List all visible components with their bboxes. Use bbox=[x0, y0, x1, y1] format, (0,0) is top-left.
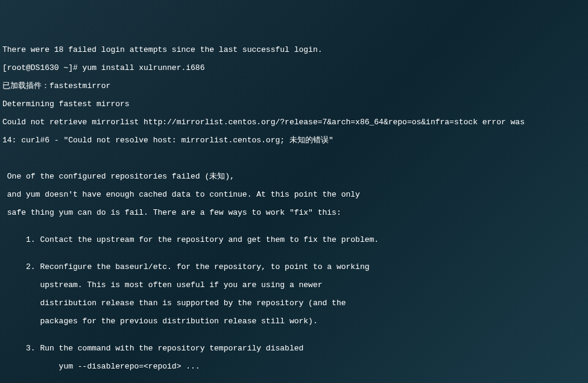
terminal-line: yum --disablerepo=<repoid> ... bbox=[2, 362, 586, 371]
terminal-line: 2. Reconfigure the baseurl/etc. for the … bbox=[2, 262, 586, 271]
terminal-line: and yum doesn't have enough cached data … bbox=[2, 190, 586, 199]
terminal-line: upstream. This is most often useful if y… bbox=[2, 280, 586, 290]
terminal-line: 3. Run the command with the repository t… bbox=[2, 344, 586, 353]
terminal-line: There were 18 failed login attempts sinc… bbox=[2, 45, 586, 54]
terminal-line: 1. Contact the upstream for the reposito… bbox=[2, 235, 586, 244]
terminal-output[interactable]: There were 18 failed login attempts sinc… bbox=[0, 36, 588, 383]
terminal-line: 14: curl#6 - "Could not resolve host: mi… bbox=[2, 136, 586, 145]
terminal-line: safe thing yum can do is fail. There are… bbox=[2, 208, 586, 217]
terminal-line: [root@DS1630 ~]# yum install xulrunner.i… bbox=[2, 63, 586, 72]
terminal-line: Determining fastest mirrors bbox=[2, 100, 586, 109]
terminal-line: One of the configured repositories faile… bbox=[2, 172, 586, 181]
terminal-line: distribution release than is supported b… bbox=[2, 299, 586, 308]
terminal-line: Could not retrieve mirrorlist http://mir… bbox=[2, 118, 586, 127]
terminal-line: 已加载插件：fastestmirror bbox=[2, 81, 586, 90]
terminal-line: packages for the previous distribution r… bbox=[2, 317, 586, 326]
